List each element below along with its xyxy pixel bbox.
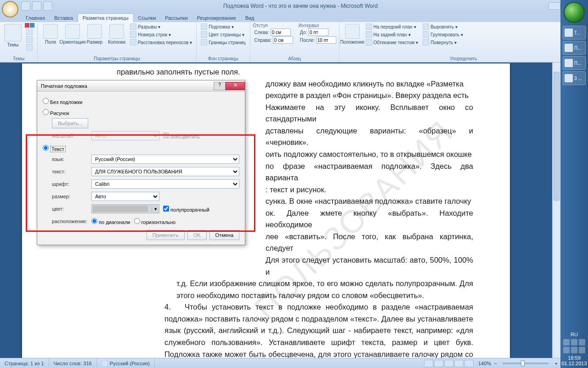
group-arrange: Положение На передний план ▾ На задний п… — [339, 22, 588, 62]
size-select[interactable]: Авто — [91, 192, 159, 201]
orientation-button[interactable]: Ориентация — [62, 23, 83, 45]
space-before-input[interactable] — [308, 29, 328, 36]
hyphenation-button[interactable]: Расстановка переносов ▾ — [129, 39, 193, 46]
taskbar-item[interactable]: 3 ... — [563, 71, 586, 85]
quick-access-toolbar — [21, 1, 52, 11]
radio-text[interactable]: Текст — [43, 145, 66, 152]
radio-horizontal[interactable]: горизонтально — [134, 218, 176, 225]
status-language[interactable]: Русский (Россия) — [97, 358, 155, 368]
indent-right-input[interactable] — [273, 36, 293, 44]
tab-insert[interactable]: Вставка — [50, 14, 78, 22]
start-button[interactable] — [564, 2, 585, 23]
semitransparent-checkbox[interactable]: полупрозрачный — [163, 206, 209, 213]
breaks-button[interactable]: Разрывы ▾ — [129, 23, 193, 30]
send-back-button[interactable]: На задний план ▾ — [364, 31, 419, 38]
taskbar-item[interactable]: Т... — [563, 26, 586, 40]
themes-button[interactable]: Темы — [3, 23, 23, 47]
language-select[interactable]: Русский (Россия) — [91, 155, 239, 164]
space-after-input[interactable] — [316, 36, 336, 44]
windows-taskbar: Т... П... П... 3 ... RU 18:59 01.12.2013 — [560, 0, 588, 368]
tray-icon[interactable] — [563, 339, 570, 345]
undo-icon[interactable] — [32, 1, 41, 11]
page-color-button[interactable]: Цвет страницы ▾ — [199, 31, 247, 38]
washout-checkbox: обесцветить — [163, 132, 200, 139]
minimize-button[interactable] — [548, 2, 560, 10]
taskbar-item[interactable]: П... — [563, 56, 586, 70]
scale-select: Авто — [91, 131, 159, 140]
tab-references[interactable]: Ссылки — [134, 14, 161, 22]
theme-colors[interactable] — [25, 28, 34, 35]
redo-icon[interactable] — [43, 1, 52, 11]
view-print-layout[interactable] — [424, 360, 433, 367]
status-page[interactable]: Страница: 1 из 1 — [0, 358, 49, 368]
language-indicator[interactable]: RU — [571, 332, 578, 337]
line-numbers-button[interactable]: Номера строк ▾ — [129, 31, 193, 38]
tray-icon[interactable] — [579, 347, 585, 353]
indent-title: Отступ — [253, 23, 293, 28]
margins-button[interactable]: Поля — [40, 23, 61, 45]
text-wrap-button[interactable]: Обтекание текстом ▾ — [364, 39, 419, 46]
colors-icon — [26, 29, 33, 35]
view-outline[interactable] — [454, 360, 464, 367]
tray-icon[interactable] — [579, 339, 585, 345]
save-icon[interactable] — [21, 1, 30, 11]
bring-front-button[interactable]: На передний план ▾ — [364, 23, 419, 30]
dialog-title: Печатная подложка — [41, 83, 87, 89]
tab-home[interactable]: Главная — [21, 14, 50, 22]
dialog-close-button[interactable]: ✕ — [226, 82, 245, 90]
theme-effects[interactable] — [25, 44, 34, 51]
spacing-title: Интервал — [299, 23, 336, 28]
rotate-icon — [423, 39, 429, 46]
tab-view[interactable]: Вид — [241, 14, 259, 22]
columns-icon — [109, 24, 124, 39]
hyphenation-icon — [130, 39, 136, 46]
zoom-slider[interactable] — [503, 362, 548, 364]
fonts-icon — [26, 36, 33, 43]
office-button[interactable] — [2, 1, 18, 17]
zoom-level[interactable]: 140% — [478, 361, 491, 366]
watermark-button[interactable]: Подложка ▾ — [199, 23, 247, 30]
scrollbar-thumb[interactable] — [554, 72, 560, 201]
zoom-in[interactable]: + — [552, 361, 560, 366]
view-draft[interactable] — [464, 360, 474, 367]
spellcheck-icon — [102, 360, 108, 367]
dialog-help-button[interactable]: ? — [214, 82, 226, 90]
front-icon — [366, 23, 372, 30]
tray-icon[interactable] — [563, 347, 570, 353]
align-button[interactable]: Выровнять ▾ — [421, 23, 464, 30]
tab-mailings[interactable]: Рассылки — [160, 14, 192, 22]
radio-diagonal[interactable]: по диагонали — [91, 218, 130, 225]
tray-icon[interactable] — [571, 347, 577, 353]
size-button[interactable]: Размер — [85, 23, 105, 45]
dialog-titlebar[interactable]: Печатная подложка ? ✕ — [37, 80, 245, 92]
group-page-background: Подложка ▾ Цвет страницы ▾ Границы стран… — [197, 22, 250, 62]
text-select[interactable]: ДЛЯ СЛУЖЕБНОГО ПОЛЬЗОВАНИЯ — [91, 167, 239, 176]
cancel-button[interactable]: Отмена — [209, 230, 239, 240]
rotate-button[interactable]: Повернуть ▾ — [421, 39, 464, 46]
orientation-icon — [65, 24, 80, 39]
clock[interactable]: 18:59 01.12.2013 — [561, 353, 587, 368]
theme-fonts[interactable] — [25, 36, 34, 43]
themes-icon — [4, 24, 22, 41]
columns-button[interactable]: Колонки — [107, 23, 127, 45]
system-tray — [560, 339, 588, 353]
position-button[interactable]: Положение — [342, 23, 362, 45]
select-picture-button: Выбрать... — [52, 118, 88, 128]
radio-no-watermark[interactable]: Без подложки — [43, 98, 82, 105]
group-button[interactable]: Группировать ▾ — [421, 31, 464, 38]
view-web-layout[interactable] — [444, 360, 453, 367]
zoom-out[interactable]: − — [492, 361, 498, 366]
page-borders-button[interactable]: Границы страниц — [199, 39, 247, 46]
font-select[interactable]: Calibri — [91, 179, 239, 189]
status-word-count[interactable]: Число слов: 316 — [49, 358, 97, 368]
ribbon-tabs: Главная Вставка Разметка страницы Ссылки… — [0, 12, 588, 22]
vertical-scrollbar[interactable] — [552, 63, 560, 358]
color-select[interactable]: ▾ — [91, 204, 159, 213]
view-full-screen[interactable] — [434, 360, 443, 367]
indent-left-input[interactable] — [271, 29, 291, 36]
taskbar-item[interactable]: П... — [563, 41, 586, 55]
tab-review[interactable]: Рецензирование — [192, 14, 241, 22]
tray-icon[interactable] — [571, 339, 577, 345]
tab-page-layout[interactable]: Разметка страницы — [78, 13, 134, 22]
radio-picture[interactable]: Рисунок — [43, 109, 69, 116]
